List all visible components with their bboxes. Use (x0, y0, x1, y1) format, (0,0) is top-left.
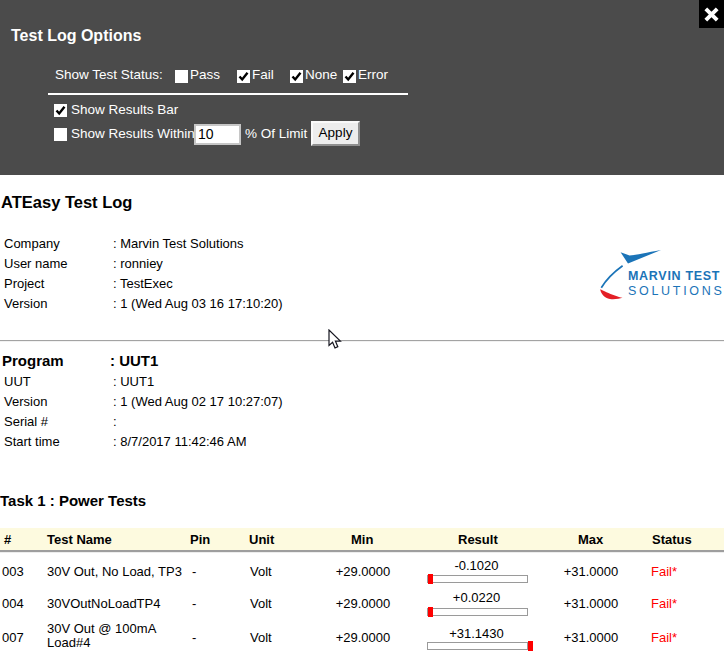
svg-text:SOLUTIONS: SOLUTIONS (628, 284, 724, 298)
svg-text:MARVIN TEST: MARVIN TEST (628, 269, 720, 283)
